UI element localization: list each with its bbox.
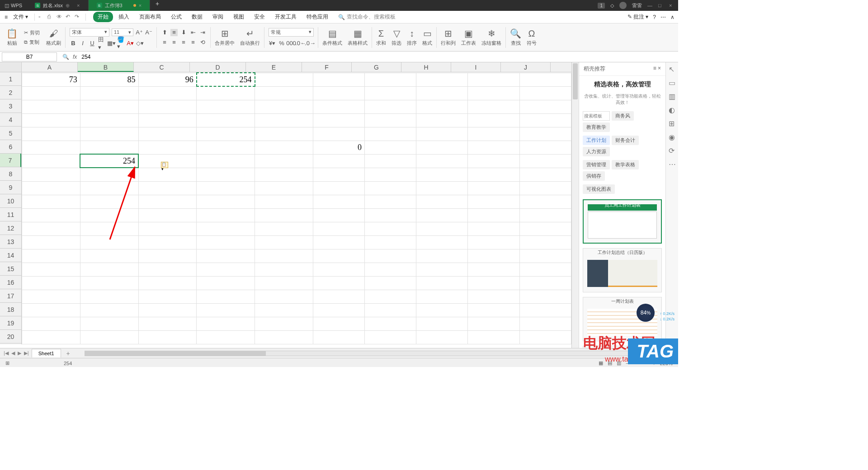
cell-G10[interactable] — [365, 195, 416, 208]
row-header-10[interactable]: 10 — [0, 194, 21, 208]
cell-E18[interactable] — [255, 303, 313, 317]
cell-A4[interactable] — [22, 113, 80, 127]
rowcol-group[interactable]: ⊞行和列 — [438, 24, 458, 51]
cell-A19[interactable] — [22, 317, 80, 330]
cell-I2[interactable] — [468, 86, 519, 100]
cell-J19[interactable] — [519, 317, 571, 330]
cell-B2[interactable] — [80, 86, 138, 100]
cell-B9[interactable] — [80, 181, 138, 195]
view-layout-icon[interactable]: ▤ — [608, 360, 612, 366]
cell-A18[interactable] — [22, 303, 80, 317]
close-window-icon[interactable]: × — [669, 3, 675, 8]
cell-H5[interactable] — [416, 127, 468, 141]
cell-D3[interactable] — [197, 100, 255, 113]
align-bottom-icon[interactable]: ⬇ — [180, 29, 187, 36]
cell-A12[interactable] — [22, 222, 80, 235]
font-size-select[interactable]: 11▾ — [112, 28, 133, 36]
cell-A5[interactable] — [22, 127, 80, 141]
panel1-icon[interactable]: ▭ — [669, 79, 676, 86]
cell-H4[interactable] — [416, 113, 468, 127]
template-search[interactable] — [583, 111, 610, 121]
cell-H15[interactable] — [416, 263, 468, 276]
align-justify-icon[interactable]: ≡ — [189, 39, 197, 46]
redo-icon[interactable]: ↷ — [75, 14, 82, 21]
row-header-8[interactable]: 8 — [0, 167, 21, 181]
cell-G18[interactable] — [365, 303, 416, 317]
cell-E3[interactable] — [255, 100, 313, 113]
sum-group[interactable]: Σ求和 — [373, 24, 389, 51]
cell-A15[interactable] — [22, 263, 80, 276]
cell-B14[interactable] — [80, 249, 138, 263]
row-header-9[interactable]: 9 — [0, 181, 21, 194]
horizontal-scrollbar[interactable] — [85, 351, 675, 356]
cell-J13[interactable] — [519, 235, 571, 249]
cell-D17[interactable] — [197, 290, 255, 303]
cell-D15[interactable] — [197, 263, 255, 276]
col-header-F[interactable]: F — [302, 62, 352, 72]
cell-D2[interactable] — [197, 86, 255, 100]
cell-F8[interactable] — [313, 168, 364, 181]
cell-D5[interactable] — [197, 127, 255, 141]
cell-F18[interactable] — [313, 303, 364, 317]
minimize-icon[interactable]: — — [647, 3, 653, 8]
cell-G8[interactable] — [365, 168, 416, 181]
preview-icon[interactable]: 👁 — [57, 14, 64, 21]
cell-G14[interactable] — [365, 249, 416, 263]
cell-I14[interactable] — [468, 249, 519, 263]
row-header-7[interactable]: 7 — [0, 154, 21, 167]
cell-C18[interactable] — [138, 303, 197, 317]
cell-H17[interactable] — [416, 290, 468, 303]
cell-I18[interactable] — [468, 303, 519, 317]
cell-J15[interactable] — [519, 263, 571, 276]
cell-C1[interactable]: 96 — [138, 73, 197, 86]
col-header-B[interactable]: B — [78, 62, 134, 72]
cell-F13[interactable] — [313, 235, 364, 249]
cell-I16[interactable] — [468, 276, 519, 290]
cell-B17[interactable] — [80, 290, 138, 303]
zoom-level[interactable]: 220% — [660, 361, 673, 366]
settings-icon[interactable]: ⋯ — [660, 14, 666, 20]
cell-J5[interactable] — [519, 127, 571, 141]
panel4-icon[interactable]: ⊞ — [669, 119, 676, 127]
template-item[interactable] — [583, 346, 662, 348]
worksheet-group[interactable]: ▣工作表 — [458, 24, 479, 51]
cell-G1[interactable] — [365, 73, 416, 86]
cell-D20[interactable] — [197, 330, 255, 344]
cell-J16[interactable] — [519, 276, 571, 290]
cell-H16[interactable] — [416, 276, 468, 290]
paste-options-icon[interactable]: 📋▾ — [161, 162, 168, 168]
paste-icon[interactable]: 📋 — [6, 28, 18, 39]
filter-group[interactable]: ▽筛选 — [389, 24, 404, 51]
cell-H8[interactable] — [416, 168, 468, 181]
cell-H18[interactable] — [416, 303, 468, 317]
cell-E15[interactable] — [255, 263, 313, 276]
row-header-18[interactable]: 18 — [0, 303, 21, 316]
rtab-data[interactable]: 数据 — [187, 12, 207, 22]
cell-G4[interactable] — [365, 113, 416, 127]
cell-G17[interactable] — [365, 290, 416, 303]
command-search[interactable]: 🔍 查找命令、搜索模板 — [338, 13, 396, 21]
cell-I6[interactable] — [468, 141, 519, 154]
font-color-icon[interactable]: A▾ — [127, 39, 134, 47]
cell-B20[interactable] — [80, 330, 138, 344]
cell-H13[interactable] — [416, 235, 468, 249]
panel6-icon[interactable]: ⟳ — [669, 146, 676, 154]
cell-F9[interactable] — [313, 181, 364, 195]
format-group[interactable]: ▭格式 — [420, 24, 435, 51]
cell-A7[interactable] — [22, 154, 80, 168]
paste-label[interactable]: 粘贴 — [7, 40, 17, 47]
underline-icon[interactable]: U — [89, 39, 96, 47]
cell-B13[interactable] — [80, 235, 138, 249]
currency-icon[interactable]: ¥▾ — [269, 39, 276, 47]
align-middle-icon[interactable]: ≡ — [170, 29, 178, 36]
cell-J9[interactable] — [519, 181, 571, 195]
vertical-scrollbar[interactable] — [571, 62, 579, 348]
cell-J4[interactable] — [519, 113, 571, 127]
cell-F15[interactable] — [313, 263, 364, 276]
cell-E6[interactable] — [255, 141, 313, 154]
cell-C10[interactable] — [138, 195, 197, 208]
row-header-1[interactable]: 1 — [0, 72, 21, 86]
cell-G16[interactable] — [365, 276, 416, 290]
cell-G11[interactable] — [365, 208, 416, 222]
sheet-nav-next[interactable]: ▶ — [18, 350, 21, 356]
